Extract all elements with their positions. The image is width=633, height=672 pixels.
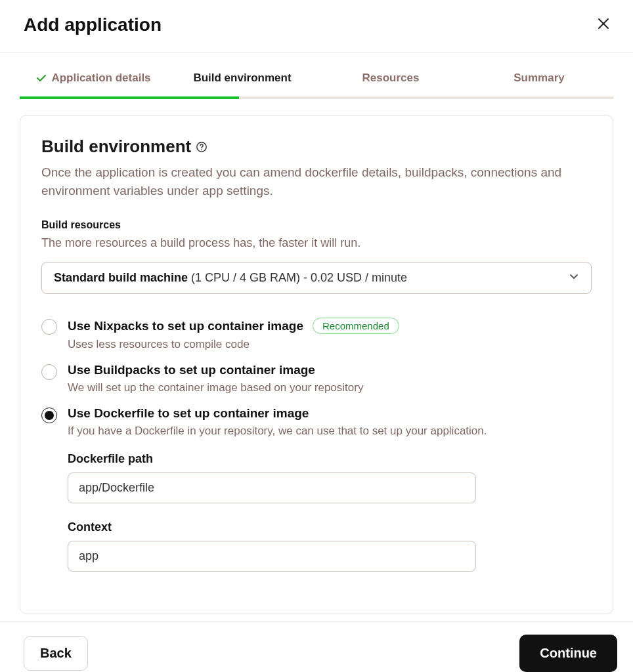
modal-header: Add application	[0, 0, 633, 53]
option-body: Use Buildpacks to set up container image…	[68, 363, 592, 394]
option-title: Use Buildpacks to set up container image	[68, 363, 592, 377]
option-sub: Uses less resources to compile code	[68, 338, 592, 351]
step-summary[interactable]: Summary	[465, 72, 613, 96]
step-resources[interactable]: Resources	[316, 72, 465, 96]
step-application-details[interactable]: Application details	[20, 72, 168, 96]
option-nixpacks[interactable]: Use Nixpacks to set up container image R…	[41, 312, 592, 358]
dockerfile-path-input[interactable]	[68, 472, 476, 503]
option-body: Use Dockerfile to set up container image…	[68, 406, 592, 572]
option-sub: If you have a Dockerfile in your reposit…	[68, 425, 592, 438]
panel-description: Once the application is created you can …	[41, 163, 592, 200]
context-group: Context	[68, 520, 592, 572]
wizard-steps: Application details Build environment Re…	[0, 72, 633, 96]
context-label: Context	[68, 520, 592, 534]
page-title: Add application	[24, 14, 162, 35]
close-button[interactable]	[598, 18, 609, 32]
back-button[interactable]: Back	[24, 636, 88, 671]
chevron-down-icon	[569, 271, 579, 285]
step-label: Resources	[362, 72, 420, 85]
radio-dockerfile[interactable]	[41, 408, 57, 423]
option-sub: We will set up the container image based…	[68, 381, 592, 394]
option-title: Use Dockerfile to set up container image	[68, 406, 592, 421]
context-input[interactable]	[68, 541, 476, 572]
panel-title: Build environment	[41, 136, 208, 157]
step-label: Application details	[51, 72, 150, 85]
option-dockerfile[interactable]: Use Dockerfile to set up container image…	[41, 401, 592, 578]
radio-nixpacks[interactable]	[41, 319, 57, 335]
step-build-environment[interactable]: Build environment	[168, 72, 316, 96]
build-environment-panel: Build environment Once the application i…	[20, 115, 613, 614]
radio-buildpacks[interactable]	[41, 364, 57, 380]
recommended-badge: Recommended	[313, 318, 399, 334]
container-setup-options: Use Nixpacks to set up container image R…	[41, 312, 592, 578]
build-resources-help: The more resources a build process has, …	[41, 236, 592, 250]
progress-fill	[20, 96, 239, 99]
dockerfile-path-group: Dockerfile path	[68, 452, 592, 503]
help-icon[interactable]	[195, 140, 208, 154]
step-label: Summary	[513, 72, 564, 85]
continue-button[interactable]: Continue	[519, 635, 617, 672]
build-machine-select[interactable]: Standard build machine (1 CPU / 4 GB RAM…	[41, 262, 592, 294]
dockerfile-fields: Dockerfile path Context	[68, 452, 592, 572]
check-icon	[37, 73, 46, 84]
build-resources-label: Build resources	[41, 219, 592, 231]
dockerfile-path-label: Dockerfile path	[68, 452, 592, 466]
progress-track	[20, 96, 613, 99]
close-icon	[598, 18, 609, 30]
option-buildpacks[interactable]: Use Buildpacks to set up container image…	[41, 358, 592, 401]
svg-point-3	[201, 149, 202, 150]
option-body: Use Nixpacks to set up container image R…	[68, 318, 592, 351]
option-title: Use Nixpacks to set up container image	[68, 319, 303, 333]
build-machine-value: Standard build machine (1 CPU / 4 GB RAM…	[54, 271, 407, 285]
panel-title-text: Build environment	[41, 136, 191, 157]
step-label: Build environment	[193, 72, 291, 85]
build-machine-name: Standard build machine	[54, 271, 188, 284]
build-machine-detail: (1 CPU / 4 GB RAM) - 0.02 USD / minute	[188, 271, 407, 284]
wizard-footer: Back Continue	[0, 621, 633, 672]
